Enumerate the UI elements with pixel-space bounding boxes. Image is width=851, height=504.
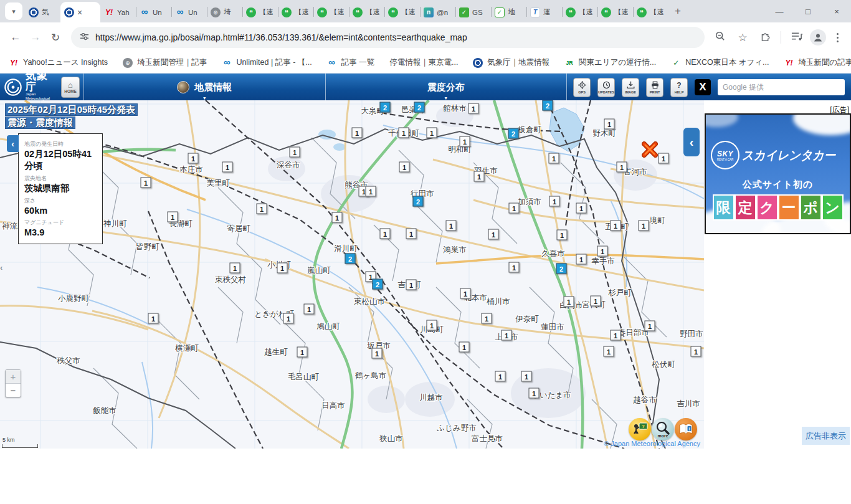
browser-tab[interactable]: Y!Yah: [100, 2, 136, 22]
browser-tab[interactable]: T運: [526, 2, 562, 22]
browser-tab[interactable]: “【速: [384, 2, 420, 22]
bookmark-item[interactable]: Y!埼玉新聞の記事一覧...: [784, 57, 851, 68]
city-label: 滑川町: [334, 244, 358, 254]
bookmark-item[interactable]: ∞記事 一覧: [327, 57, 374, 68]
ad-banner[interactable]: SKYRENT A CAR スカイレンタカー 公式サイト初の 限定クーポン: [705, 113, 851, 234]
tab-title: 地: [508, 7, 523, 17]
tab-search-button[interactable]: ▾: [5, 2, 22, 20]
back-button[interactable]: ←: [6, 31, 25, 44]
zoom-out-page-icon[interactable]: [711, 31, 730, 45]
ad-panel: [広告] SKYRENT A CAR スカイレンタカー 公式サイト初の 限定クー…: [704, 100, 851, 504]
ad-brand-name: スカイレンタカー: [742, 147, 835, 164]
jma-logo[interactable]: 気象庁 Japan Meteorological Agency ⌂ HOME: [0, 74, 83, 101]
bookmark-item[interactable]: ∞Unlimited | 記事 - 【...: [222, 57, 311, 68]
zoom-in-button[interactable]: +: [6, 370, 21, 383]
gps-button[interactable]: GPS: [573, 78, 591, 97]
jma-favicon: [29, 7, 39, 17]
hide-ad-button[interactable]: 広告非表示: [802, 427, 850, 445]
menu-kebab-icon[interactable]: [830, 33, 845, 42]
browser-tab[interactable]: “【速: [562, 2, 597, 22]
nav-intensity-distribution[interactable]: 震度分布 ▼: [325, 74, 567, 101]
browser-tab[interactable]: “【速: [313, 2, 349, 22]
city-label: 境町: [650, 216, 665, 226]
tutorial-button[interactable]: ?: [629, 418, 651, 440]
city-label: 松伏町: [652, 359, 675, 370]
bookmark-item[interactable]: Y!Yahoo!ニュース Insights: [9, 57, 108, 68]
bookmark-item[interactable]: 停電情報｜東京電...: [389, 57, 458, 68]
new-tab-button[interactable]: +: [670, 3, 686, 19]
browser-tab[interactable]: ✓地: [491, 2, 526, 22]
browser-tab[interactable]: ✓GS: [455, 2, 491, 22]
panel-collapse-chevron[interactable]: ‹: [7, 135, 19, 152]
x-twitter-icon[interactable]: X: [695, 79, 711, 95]
browser-tab[interactable]: “【速: [278, 2, 313, 22]
intensity-1-marker: 1: [488, 229, 499, 240]
jma-logo-icon: [4, 78, 22, 97]
profile-avatar[interactable]: [810, 29, 826, 45]
google-search-input[interactable]: Google 提供: [718, 79, 845, 95]
yahoo-favicon: Y!: [784, 58, 794, 68]
intensity-1-marker: 1: [604, 346, 614, 357]
nav-earthquake-info[interactable]: 地震情報 ▼: [83, 74, 325, 101]
browser-tab[interactable]: ∞Un: [171, 2, 207, 22]
intensity-1-marker: 1: [617, 162, 627, 173]
reload-button[interactable]: ↻: [46, 31, 65, 44]
browser-tab[interactable]: “【速: [242, 2, 278, 22]
tune-icon[interactable]: [80, 32, 89, 44]
intensity-1-marker: 1: [399, 162, 410, 173]
browser-tab[interactable]: ∞Un: [136, 2, 171, 22]
print-button[interactable]: PRINT: [646, 78, 663, 97]
city-label: 館林市: [443, 103, 467, 114]
intensity-1-marker: 1: [468, 103, 479, 114]
chevron-down-icon: ▼: [444, 96, 448, 100]
city-label: ふじみ野市: [437, 423, 476, 434]
intensity-1-marker: 1: [406, 280, 417, 290]
tab-close-icon[interactable]: ×: [77, 8, 82, 17]
intensity-1-marker: 1: [406, 229, 417, 239]
bookmark-star-icon[interactable]: ☆: [733, 31, 752, 44]
forward-button[interactable]: →: [26, 31, 45, 44]
browser-tab[interactable]: “【速: [633, 2, 668, 22]
browser-tab[interactable]: ⊕埼: [207, 2, 242, 22]
tool-button-label: UPDATES: [598, 90, 614, 94]
image-button[interactable]: IMAGE: [622, 78, 639, 97]
help-button[interactable]: ?HELP: [670, 78, 688, 97]
map[interactable]: 神流町神川町皆野町長瀞町本庄市美里町深谷市寄居町東秩父村小川町嵐山町小鹿野町秩父…: [0, 100, 704, 449]
browser-tab[interactable]: “【速: [597, 2, 633, 22]
zoom-out-button[interactable]: −: [6, 383, 21, 397]
minimize-button[interactable]: —: [765, 0, 794, 22]
bookmark-item[interactable]: 気象庁｜地震情報: [473, 57, 549, 68]
intensity-1-marker: 1: [645, 321, 655, 331]
close-button[interactable]: ×: [822, 0, 851, 22]
legend-info-button[interactable]: i: [675, 418, 697, 440]
updates-button[interactable]: UPDATES: [597, 78, 615, 97]
media-controls-icon[interactable]: [787, 31, 806, 44]
bookmark-item[interactable]: JR関東エリアの運行情...: [564, 57, 656, 68]
ad-coupon-tiles: 限定クーポン: [713, 194, 844, 221]
browser-tab[interactable]: n@n: [420, 2, 455, 22]
more-zoom-button[interactable]: more: [652, 418, 674, 440]
intensity-2-marker: 2: [543, 100, 553, 111]
quote-favicon: “: [388, 7, 398, 17]
browser-tab[interactable]: 気: [25, 2, 60, 22]
intensity-1-marker: 1: [549, 153, 559, 164]
tab-title: Yah: [117, 9, 132, 16]
right-panel-collapse-chevron[interactable]: ‹: [683, 128, 700, 156]
intensity-1-marker: 1: [427, 320, 437, 331]
maximize-button[interactable]: □: [794, 0, 822, 22]
extensions-icon[interactable]: [756, 31, 774, 44]
city-label: 横瀬町: [175, 343, 199, 354]
browser-tab[interactable]: “【速: [349, 2, 384, 22]
bookmark-item[interactable]: ⊕埼玉新聞管理｜記事: [123, 57, 207, 68]
city-label: 越谷市: [633, 395, 657, 406]
home-button[interactable]: ⌂ HOME: [61, 77, 80, 98]
city-label: 寄居町: [227, 224, 250, 234]
address-bar[interactable]: https://www.jma.go.jp/bosai/map.html#11/…: [71, 27, 705, 48]
tool-button-label: GPS: [578, 90, 586, 94]
bookmark-item[interactable]: ✓NEXCO東日本 オフィ...: [671, 57, 769, 68]
city-label: 吉川市: [677, 399, 700, 409]
left-edge-chevron[interactable]: ‹: [0, 261, 7, 273]
browser-tab[interactable]: ×: [60, 2, 100, 22]
city-label: 蓮田市: [541, 322, 564, 333]
field-label: マグニチュード: [24, 219, 97, 227]
